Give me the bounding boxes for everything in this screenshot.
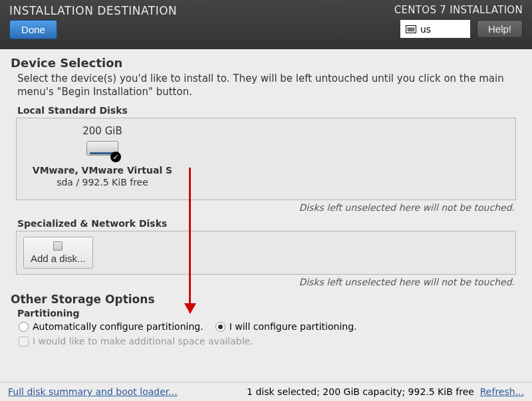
disk-hint: Disks left unselected here will not be t… <box>11 202 515 213</box>
disk-add-icon <box>53 241 63 251</box>
footer-bar: Full disk summary and boot loader... 1 d… <box>0 382 532 401</box>
footer-status: 1 disk selected; 200 GiB capacity; 992.5… <box>247 386 474 397</box>
done-button[interactable]: Done <box>9 20 57 39</box>
keyboard-icon <box>406 25 416 33</box>
page-title: INSTALLATION DESTINATION <box>9 4 177 17</box>
device-selection-heading: Device Selection <box>11 56 521 70</box>
auto-partition-radio[interactable]: Automatically configure partitioning. <box>19 321 203 332</box>
installer-title: CENTOS 7 INSTALLATION <box>394 4 523 16</box>
specialized-disks-area: Add a disk... <box>16 231 516 275</box>
make-space-label: I would like to make additional space av… <box>33 336 253 346</box>
main-content: Device Selection Select the device(s) yo… <box>0 49 532 346</box>
auto-partition-label: Automatically configure partitioning. <box>33 321 203 332</box>
add-disk-label: Add a disk... <box>31 253 86 264</box>
keyboard-layout-label: us <box>420 24 431 35</box>
add-disk-button[interactable]: Add a disk... <box>23 237 93 269</box>
disk-summary-link[interactable]: Full disk summary and boot loader... <box>8 386 178 397</box>
radio-icon <box>19 322 29 332</box>
check-icon <box>110 152 121 162</box>
harddrive-icon <box>86 141 118 160</box>
specialized-disks-label: Specialized & Network Disks <box>17 218 521 229</box>
local-disks-area: 200 GiB VMware, VMware Virtual S sda / 9… <box>16 118 516 200</box>
header-bar: INSTALLATION DESTINATION Done CENTOS 7 I… <box>0 0 532 49</box>
disk-size: 200 GiB <box>82 125 122 137</box>
keyboard-layout-selector[interactable]: us <box>400 20 470 38</box>
checkbox-icon <box>19 336 29 346</box>
disk-name: VMware, VMware Virtual S <box>33 165 172 176</box>
disk-detail: sda / 992.5 KiB free <box>57 177 148 188</box>
device-selection-description: Select the device(s) you'd like to insta… <box>17 72 521 98</box>
radio-icon-selected <box>215 322 225 332</box>
refresh-link[interactable]: Refresh... <box>480 386 524 397</box>
manual-partition-label: I will configure partitioning. <box>229 321 357 332</box>
partitioning-label: Partitioning <box>17 308 521 319</box>
disk-item[interactable]: 200 GiB VMware, VMware Virtual S sda / 9… <box>26 125 179 188</box>
help-button[interactable]: Help! <box>477 20 523 38</box>
footer-status-area: 1 disk selected; 200 GiB capacity; 992.5… <box>247 386 524 397</box>
local-disks-label: Local Standard Disks <box>17 105 521 116</box>
manual-partition-radio[interactable]: I will configure partitioning. <box>215 321 357 332</box>
make-space-checkbox[interactable]: I would like to make additional space av… <box>19 336 521 346</box>
disk-hint-2: Disks left unselected here will not be t… <box>11 277 515 287</box>
other-storage-heading: Other Storage Options <box>11 293 521 306</box>
